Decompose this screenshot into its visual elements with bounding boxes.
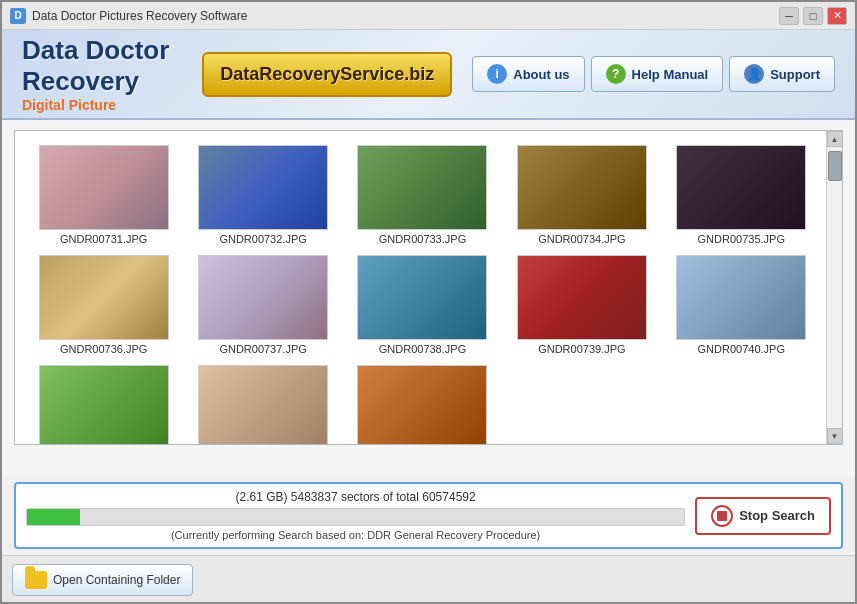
thumbnail: [517, 255, 647, 340]
thumbnail-image: [518, 256, 646, 339]
app-icon: D: [10, 8, 26, 24]
app-title: Data Doctor Recovery: [22, 35, 202, 97]
thumbnail: [39, 145, 169, 230]
gallery-item[interactable]: GNDR00737.JPG: [184, 251, 341, 359]
close-button[interactable]: ✕: [827, 7, 847, 25]
file-label: GNDR00736.JPG: [60, 343, 147, 355]
stop-label: Stop Search: [739, 508, 815, 523]
brand: Data Doctor Recovery Digital Picture: [22, 35, 202, 113]
file-label: GNDR00735.JPG: [698, 233, 785, 245]
file-label: GNDR00740.JPG: [698, 343, 785, 355]
file-label: GNDR00739.JPG: [538, 343, 625, 355]
open-folder-button[interactable]: Open Containing Folder: [12, 564, 193, 596]
file-label: GNDR00738.JPG: [379, 343, 466, 355]
thumbnail: [676, 145, 806, 230]
progress-bar-fill: [27, 509, 80, 525]
thumbnail: [198, 255, 328, 340]
gallery-item[interactable]: GNDR00733.JPG: [344, 141, 501, 249]
gallery-item[interactable]: GNDR00740.JPG: [663, 251, 820, 359]
thumbnail: [198, 365, 328, 445]
gallery-item[interactable]: GNDR00736.JPG: [25, 251, 182, 359]
help-button[interactable]: ? Help Manual: [591, 56, 724, 92]
gallery-item[interactable]: GNDR00738.JPG: [344, 251, 501, 359]
gallery-item[interactable]: GNDR00739.JPG: [503, 251, 660, 359]
support-icon: 👤: [744, 64, 764, 84]
file-label: GNDR00731.JPG: [60, 233, 147, 245]
support-label: Support: [770, 67, 820, 82]
stop-search-button[interactable]: Stop Search: [695, 497, 831, 535]
file-label: GNDR00737.JPG: [219, 343, 306, 355]
thumbnail-image: [358, 256, 486, 339]
info-icon: i: [487, 64, 507, 84]
progress-section: (2.61 GB) 5483837 sectors of total 60574…: [2, 482, 855, 549]
thumbnail-image: [677, 256, 805, 339]
titlebar-title: Data Doctor Pictures Recovery Software: [32, 9, 779, 23]
header: Data Doctor Recovery Digital Picture Dat…: [2, 30, 855, 120]
maximize-button[interactable]: □: [803, 7, 823, 25]
support-button[interactable]: 👤 Support: [729, 56, 835, 92]
thumbnail-image: [199, 256, 327, 339]
gallery-container: GNDR00731.JPG GNDR00732.JPG GNDR00733.JP…: [14, 130, 843, 445]
scroll-up[interactable]: ▲: [827, 131, 843, 147]
thumbnail: [357, 145, 487, 230]
gallery-item[interactable]: GNDR00735.JPG: [663, 141, 820, 249]
thumbnail-image: [677, 146, 805, 229]
file-label: GNDR00733.JPG: [379, 233, 466, 245]
thumbnail-image: [40, 366, 168, 445]
about-button[interactable]: i About us: [472, 56, 584, 92]
gallery-grid: GNDR00731.JPG GNDR00732.JPG GNDR00733.JP…: [15, 131, 842, 445]
progress-bar-background: [26, 508, 685, 526]
gallery-item[interactable]: GNDR00734.JPG: [503, 141, 660, 249]
stop-square: [717, 511, 727, 521]
thumbnail-image: [199, 146, 327, 229]
gallery-item[interactable]: GNDR00741.JPG: [25, 361, 182, 445]
help-icon: ?: [606, 64, 626, 84]
file-label: GNDR00734.JPG: [538, 233, 625, 245]
titlebar: D Data Doctor Pictures Recovery Software…: [2, 2, 855, 30]
thumbnail-image: [358, 366, 486, 445]
thumbnail: [39, 365, 169, 445]
thumbnail: [676, 255, 806, 340]
gallery-item[interactable]: GNDR00731.JPG: [25, 141, 182, 249]
folder-icon: [25, 571, 47, 589]
folder-label: Open Containing Folder: [53, 573, 180, 587]
minimize-button[interactable]: ─: [779, 7, 799, 25]
gallery-item[interactable]: GNDR00743.JPG: [344, 361, 501, 445]
about-label: About us: [513, 67, 569, 82]
nav-buttons: i About us ? Help Manual 👤 Support: [472, 56, 835, 92]
file-label: GNDR00732.JPG: [219, 233, 306, 245]
app-subtitle: Digital Picture: [22, 97, 202, 113]
progress-area: (2.61 GB) 5483837 sectors of total 60574…: [14, 482, 843, 549]
action-bar: Open Containing Folder: [2, 555, 855, 603]
window-controls: ─ □ ✕: [779, 7, 847, 25]
gallery-item[interactable]: GNDR00732.JPG: [184, 141, 341, 249]
thumbnail-image: [358, 146, 486, 229]
thumbnail: [198, 145, 328, 230]
thumbnail-image: [40, 256, 168, 339]
stop-icon: [711, 505, 733, 527]
progress-info: (2.61 GB) 5483837 sectors of total 60574…: [26, 490, 685, 541]
domain-badge: DataRecoveryService.biz: [202, 52, 452, 97]
help-label: Help Manual: [632, 67, 709, 82]
thumbnail-image: [518, 146, 646, 229]
gallery-scrollbar: ▲ ▼: [826, 131, 842, 444]
gallery-item[interactable]: GNDR00742.JPG: [184, 361, 341, 445]
progress-text: (2.61 GB) 5483837 sectors of total 60574…: [26, 490, 685, 504]
scroll-thumb[interactable]: [828, 151, 842, 181]
thumbnail: [39, 255, 169, 340]
scroll-down[interactable]: ▼: [827, 428, 843, 444]
main-content: GNDR00731.JPG GNDR00732.JPG GNDR00733.JP…: [2, 120, 855, 476]
thumbnail: [517, 145, 647, 230]
thumbnail-image: [40, 146, 168, 229]
thumbnail: [357, 255, 487, 340]
thumbnail-image: [199, 366, 327, 445]
thumbnail: [357, 365, 487, 445]
progress-status: (Currently performing Search based on: D…: [26, 529, 685, 541]
